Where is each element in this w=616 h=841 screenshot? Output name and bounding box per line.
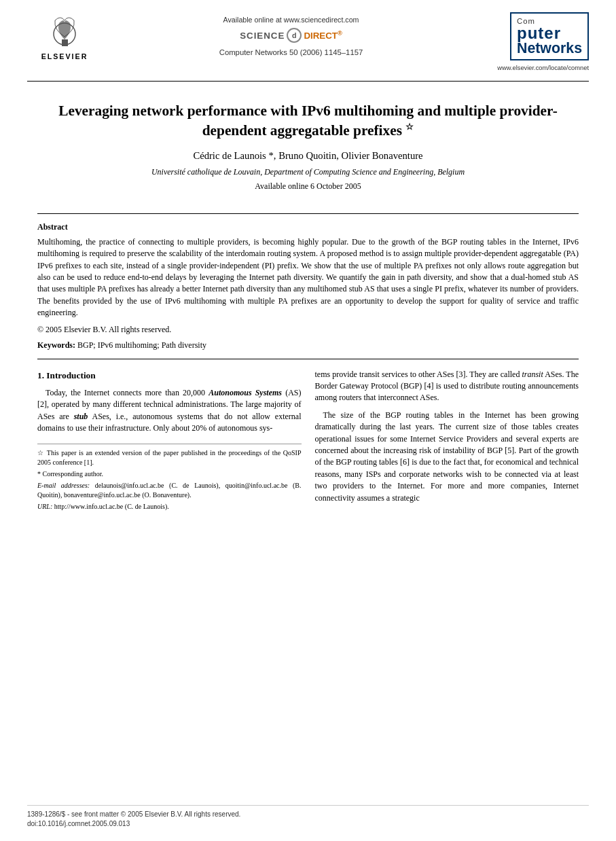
right-para1: tems provide transit services to other A…: [315, 369, 579, 404]
computer-networks-logo-area: ComputerNetworks www.elsevier.com/locate…: [480, 12, 589, 71]
footnote-corresponding: * Corresponding author.: [37, 469, 302, 479]
footer-doi: doi:10.1016/j.comnet.2005.09.013: [27, 819, 240, 829]
autonomous-systems-term: Autonomous Systems: [209, 388, 282, 397]
title-divider: [37, 213, 579, 214]
two-column-layout: 1. Introduction Today, the Internet conn…: [37, 369, 579, 514]
body-divider: [37, 359, 579, 359]
abstract-section: Abstract Multihoming, the practice of co…: [37, 222, 579, 351]
main-content: Leveraging network performance with IPv6…: [0, 82, 616, 527]
direct-text: DIRECT®: [304, 30, 342, 41]
cn-label-top: ComputerNetworks: [517, 17, 582, 56]
url-label: URL:: [37, 503, 52, 510]
email-label: E-mail addresses:: [37, 482, 90, 489]
elsevier-logo-area: ELSEVIER: [27, 12, 102, 60]
footnote-emails: E-mail addresses: delaunois@info.ucl.ac.…: [37, 481, 302, 500]
footnote-star: ☆ This paper is an extended version of t…: [37, 448, 302, 467]
affiliation: Université catholique de Louvain, Depart…: [58, 167, 558, 177]
footer-issn: 1389-1286/$ - see front matter © 2005 El…: [27, 810, 240, 819]
elsevier-text: ELSEVIER: [41, 52, 88, 60]
stub-term: stub: [74, 412, 88, 421]
email3-name: (O. Bonaventure).: [142, 491, 191, 499]
computer-networks-logo: ComputerNetworks: [510, 12, 589, 60]
journal-name: Computer Networks 50 (2006) 1145–1157: [219, 48, 363, 56]
authors: Cédric de Launois *, Bruno Quoitin, Oliv…: [58, 150, 558, 162]
keywords-label: Keywords:: [37, 340, 75, 350]
email1: delaunois@info.ucl.ac.be: [95, 482, 164, 489]
header: ELSEVIER Available online at www.science…: [0, 0, 616, 78]
elsevier-url: www.elsevier.com/locate/comnet: [497, 65, 589, 71]
email2: quoitin@info.ucl.ac.be: [225, 482, 288, 489]
footnote-star-text: This paper is an extended version of the…: [37, 449, 302, 466]
star-symbol: ☆: [405, 122, 414, 132]
sciencedirect-logo: SCIENCE d DIRECT®: [240, 28, 342, 43]
header-center: Available online at www.sciencedirect.co…: [102, 12, 480, 56]
sd-circle-icon: d: [287, 28, 302, 43]
page-footer: 1389-1286/$ - see front matter © 2005 El…: [27, 805, 589, 829]
they-word: They: [469, 370, 486, 379]
title-text: Leveraging network performance with IPv6…: [58, 103, 558, 139]
footnote-star-sym: ☆: [37, 449, 47, 457]
footnote-url-link: http://www.info.ucl.ac.be: [54, 503, 124, 510]
right-column: tems provide transit services to other A…: [315, 369, 579, 514]
section1-heading: 1. Introduction: [37, 369, 302, 382]
transit-term: transit: [522, 370, 543, 379]
footnote-url-name: (C. de Launois).: [125, 503, 169, 510]
page: ELSEVIER Available online at www.science…: [0, 0, 616, 841]
keywords-text: BGP; IPv6 multihoming; Path diversity: [77, 340, 206, 350]
keywords-line: Keywords: BGP; IPv6 multihoming; Path di…: [37, 340, 579, 351]
email1-name: (C. de Launois),: [169, 482, 220, 489]
available-online-text: Available online at www.sciencedirect.co…: [223, 16, 359, 24]
right-para2: The size of the BGP routing tables in th…: [315, 410, 579, 504]
available-date: Available online 6 October 2005: [58, 181, 558, 192]
left-column: 1. Introduction Today, the Internet conn…: [37, 369, 302, 514]
email3: bonaventure@info.ucl.ac.be: [64, 491, 141, 499]
copyright: © 2005 Elsevier B.V. All rights reserved…: [37, 325, 579, 335]
footnote-section: ☆ This paper is an extended version of t…: [37, 444, 302, 512]
elsevier-logo: ELSEVIER: [41, 12, 88, 60]
footnote-url: URL: http://www.info.ucl.ac.be (C. de La…: [37, 502, 302, 512]
left-para1: Today, the Internet connects more than 2…: [37, 387, 302, 435]
title-section: Leveraging network performance with IPv6…: [37, 95, 579, 201]
elsevier-tree-icon: [43, 12, 87, 50]
abstract-text: Multihoming, the practice of connecting …: [37, 236, 579, 319]
science-text: SCIENCE: [240, 31, 285, 41]
abstract-label: Abstract: [37, 222, 579, 232]
paper-title: Leveraging network performance with IPv6…: [58, 102, 558, 141]
footer-left: 1389-1286/$ - see front matter © 2005 El…: [27, 810, 240, 829]
